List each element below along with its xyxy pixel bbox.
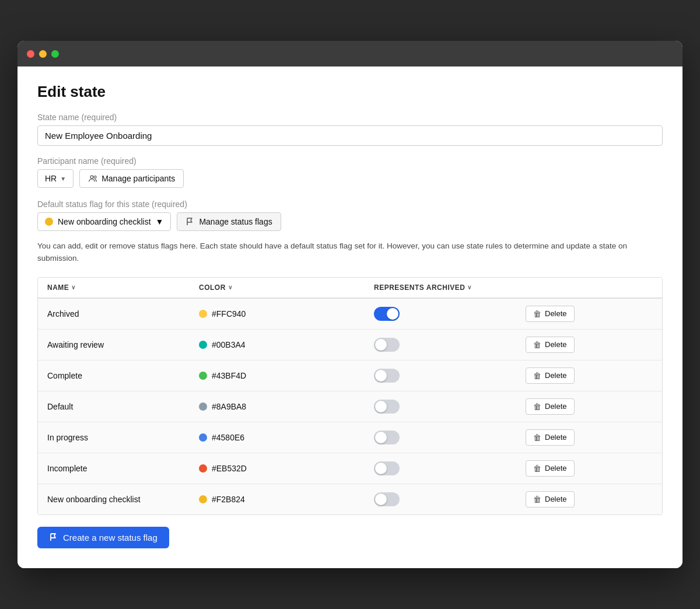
sort-arrow-icon: ∨ bbox=[467, 284, 472, 290]
color-hex: #4580E6 bbox=[212, 433, 244, 442]
sort-arrow-icon: ∨ bbox=[71, 284, 76, 290]
color-dot bbox=[199, 341, 207, 349]
table-header-row: NAME ∨ COLOR ∨ REPRESENT bbox=[38, 278, 662, 298]
row-action: 🗑Delete bbox=[516, 329, 662, 360]
manage-flags-label: Manage status flags bbox=[199, 217, 272, 226]
delete-label: Delete bbox=[545, 464, 567, 473]
col-header-color[interactable]: COLOR ∨ bbox=[190, 278, 365, 298]
toggle-knob bbox=[375, 370, 387, 382]
table-row: Archived#FFC940🗑Delete bbox=[38, 298, 662, 330]
flag-icon bbox=[186, 217, 195, 226]
chevron-down-icon: ▼ bbox=[156, 217, 164, 226]
state-name-input[interactable] bbox=[37, 125, 663, 146]
state-name-label: State name (required) bbox=[37, 113, 663, 122]
delete-button[interactable]: 🗑Delete bbox=[526, 337, 575, 353]
col-header-action bbox=[516, 278, 662, 298]
trash-icon: 🗑 bbox=[533, 402, 541, 411]
trash-icon: 🗑 bbox=[533, 495, 541, 504]
table-row: Complete#43BF4D🗑Delete bbox=[38, 360, 662, 391]
flag-icon bbox=[49, 533, 58, 542]
archived-toggle[interactable] bbox=[374, 430, 400, 444]
sort-arrow-icon: ∨ bbox=[228, 284, 233, 290]
row-name: Default bbox=[38, 391, 190, 422]
delete-label: Delete bbox=[545, 309, 567, 318]
page-content: Edit state State name (required) Partici… bbox=[18, 66, 682, 568]
delete-button[interactable]: 🗑Delete bbox=[526, 306, 575, 322]
table-row: New onboarding checklist#F2B824🗑Delete bbox=[38, 484, 662, 514]
page-title: Edit state bbox=[37, 83, 663, 101]
row-action: 🗑Delete bbox=[516, 391, 662, 422]
delete-label: Delete bbox=[545, 495, 567, 503]
table-row: In progress#4580E6🗑Delete bbox=[38, 422, 662, 453]
row-archived bbox=[365, 453, 516, 484]
delete-label: Delete bbox=[545, 371, 567, 380]
row-color: #00B3A4 bbox=[190, 329, 365, 360]
archived-toggle[interactable] bbox=[374, 338, 400, 352]
color-dot bbox=[199, 464, 207, 473]
color-hex: #EB532D bbox=[212, 464, 247, 473]
row-archived bbox=[365, 422, 516, 453]
archived-toggle[interactable] bbox=[374, 461, 400, 475]
maximize-button[interactable] bbox=[51, 50, 59, 58]
row-name: Complete bbox=[38, 360, 190, 391]
toggle-knob bbox=[387, 308, 398, 320]
status-flag-row: New onboarding checklist ▼ Manage status… bbox=[37, 212, 663, 231]
row-action: 🗑Delete bbox=[516, 453, 662, 484]
row-action: 🗑Delete bbox=[516, 422, 662, 453]
row-action: 🗑Delete bbox=[516, 298, 662, 330]
delete-button[interactable]: 🗑Delete bbox=[526, 398, 575, 415]
info-text: You can add, edit or remove status flags… bbox=[37, 240, 663, 264]
col-header-archived[interactable]: REPRESENTS ARCHIVED ∨ bbox=[365, 278, 516, 298]
toggle-knob bbox=[375, 401, 387, 412]
manage-flags-button[interactable]: Manage status flags bbox=[177, 212, 281, 231]
status-flags-table: NAME ∨ COLOR ∨ REPRESENT bbox=[37, 277, 663, 515]
row-color: #FFC940 bbox=[190, 298, 365, 330]
delete-label: Delete bbox=[545, 340, 567, 349]
table-row: Default#8A9BA8🗑Delete bbox=[38, 391, 662, 422]
row-archived bbox=[365, 298, 516, 330]
toggle-knob bbox=[375, 494, 387, 505]
table-row: Incomplete#EB532D🗑Delete bbox=[38, 453, 662, 484]
trash-icon: 🗑 bbox=[533, 340, 541, 349]
col-header-name[interactable]: NAME ∨ bbox=[38, 278, 190, 298]
color-hex: #FFC940 bbox=[212, 309, 246, 318]
participants-icon bbox=[88, 174, 97, 183]
manage-participants-button[interactable]: Manage participants bbox=[79, 169, 184, 188]
trash-icon: 🗑 bbox=[533, 433, 541, 442]
row-name: New onboarding checklist bbox=[38, 484, 190, 514]
default-status-label: Default status flag for this state (requ… bbox=[37, 200, 663, 209]
row-color: #43BF4D bbox=[190, 360, 365, 391]
delete-button[interactable]: 🗑Delete bbox=[526, 460, 575, 477]
svg-point-1 bbox=[94, 176, 96, 178]
chevron-down-icon: ▼ bbox=[60, 176, 66, 182]
row-name: Archived bbox=[38, 298, 190, 330]
color-hex: #43BF4D bbox=[212, 371, 246, 380]
trash-icon: 🗑 bbox=[533, 371, 541, 380]
trash-icon: 🗑 bbox=[533, 309, 541, 318]
delete-label: Delete bbox=[545, 433, 567, 442]
status-flag-value: New onboarding checklist bbox=[58, 217, 151, 226]
delete-button[interactable]: 🗑Delete bbox=[526, 491, 575, 508]
archived-toggle[interactable] bbox=[374, 492, 400, 506]
color-hex: #8A9BA8 bbox=[212, 402, 246, 411]
row-name: Awaiting review bbox=[38, 329, 190, 360]
archived-toggle[interactable] bbox=[374, 369, 400, 383]
row-archived bbox=[365, 360, 516, 391]
color-hex: #00B3A4 bbox=[212, 340, 246, 349]
toggle-knob bbox=[375, 463, 387, 474]
minimize-button[interactable] bbox=[39, 50, 47, 58]
create-status-flag-button[interactable]: Create a new status flag bbox=[37, 527, 169, 548]
color-dot bbox=[199, 495, 207, 503]
archived-toggle[interactable] bbox=[374, 307, 400, 321]
archived-toggle[interactable] bbox=[374, 400, 400, 414]
close-button[interactable] bbox=[27, 50, 34, 58]
participant-dropdown[interactable]: HR ▼ bbox=[37, 169, 74, 188]
status-color-dot bbox=[45, 218, 53, 226]
delete-button[interactable]: 🗑Delete bbox=[526, 429, 575, 446]
create-flag-label: Create a new status flag bbox=[63, 533, 158, 542]
titlebar bbox=[18, 41, 682, 66]
delete-button[interactable]: 🗑Delete bbox=[526, 368, 575, 384]
row-name: Incomplete bbox=[38, 453, 190, 484]
participant-row: HR ▼ Manage participants bbox=[37, 169, 663, 188]
status-flag-dropdown[interactable]: New onboarding checklist ▼ bbox=[37, 212, 171, 231]
